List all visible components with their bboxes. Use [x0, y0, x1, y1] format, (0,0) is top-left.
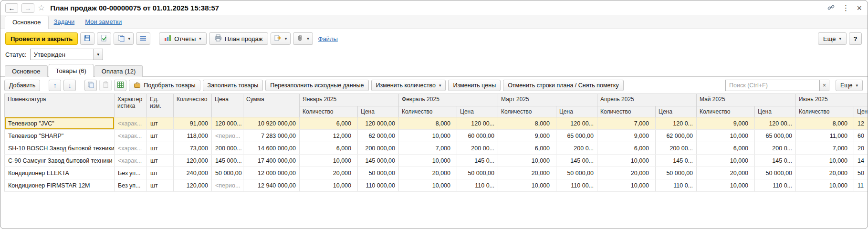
- cell-month-price[interactable]: 200 00...: [656, 142, 697, 155]
- reports-button[interactable]: Отчеты ▾: [159, 32, 206, 45]
- cell-month-quantity[interactable]: 20,000: [796, 167, 854, 179]
- cell-month-price[interactable]: 50 000,00: [358, 167, 399, 179]
- post-and-close-button[interactable]: Провести и закрыть: [5, 32, 78, 45]
- cell-nomenclature[interactable]: Кондиционер FIRMSTAR 12M: [5, 179, 115, 192]
- cell-characteristic[interactable]: Без уп...: [115, 167, 147, 179]
- cell-month-price[interactable]: 12: [854, 117, 868, 130]
- cell-month-quantity[interactable]: 10,000: [796, 155, 854, 167]
- cell-quantity[interactable]: 120,000: [174, 155, 212, 167]
- pick-goods-button[interactable]: Подобрать товары: [129, 80, 200, 91]
- tab-main[interactable]: Основное: [5, 65, 48, 77]
- cell-month-price[interactable]: 145 0...: [755, 155, 796, 167]
- back-button[interactable]: ←: [5, 3, 18, 13]
- cell-month-price[interactable]: 62 000,00: [656, 130, 697, 142]
- copy-row-button[interactable]: [84, 80, 97, 91]
- cell-characteristic[interactable]: <харак...: [115, 130, 147, 142]
- cell-month-quantity[interactable]: 10,000: [399, 130, 457, 142]
- cell-month-price[interactable]: 145 0...: [457, 155, 498, 167]
- cell-price[interactable]: <перио...: [212, 179, 243, 192]
- cell-nomenclature[interactable]: Телевизор "SHARP": [5, 130, 115, 142]
- print-plan-button[interactable]: План продаж: [209, 32, 268, 45]
- cell-nomenclature[interactable]: Телевизор "JVC": [5, 117, 115, 130]
- attachments-button[interactable]: ▾: [293, 32, 313, 45]
- files-link[interactable]: Файлы: [318, 35, 338, 42]
- table-row[interactable]: С-90 Самсунг Завод бытовой техники<харак…: [5, 155, 868, 167]
- cell-unit[interactable]: шт: [147, 155, 174, 167]
- cell-month-price[interactable]: 120 00...: [457, 117, 498, 130]
- add-row-button[interactable]: Добавить: [4, 80, 40, 91]
- cell-nomenclature[interactable]: SH-10 BOSCH Завод бытовой техники: [5, 142, 115, 155]
- cell-month-quantity[interactable]: 8,000: [796, 117, 854, 130]
- cell-month-price[interactable]: 200 0...: [556, 142, 597, 155]
- nav-link-tasks[interactable]: Задачи: [49, 18, 80, 29]
- cell-month-quantity[interactable]: 20,000: [399, 167, 457, 179]
- fill-goods-button[interactable]: Заполнить товары: [203, 80, 263, 91]
- cell-month-quantity[interactable]: 8,000: [399, 117, 457, 130]
- status-combobox[interactable]: Утвержден ▾: [30, 49, 103, 60]
- cell-month-quantity[interactable]: 20,000: [697, 167, 755, 179]
- cell-month-price[interactable]: 50 000,00: [656, 167, 697, 179]
- cell-month-quantity[interactable]: 11,000: [796, 130, 854, 142]
- close-icon[interactable]: ×: [857, 4, 862, 12]
- cell-unit[interactable]: шт: [147, 130, 174, 142]
- cell-month-quantity[interactable]: 9,000: [498, 130, 556, 142]
- cell-month-quantity[interactable]: 20,000: [597, 167, 656, 179]
- cell-month-quantity[interactable]: 9,000: [697, 117, 755, 130]
- cell-month-quantity[interactable]: 6,000: [498, 142, 556, 155]
- table-row[interactable]: SH-10 BOSCH Завод бытовой техники<харак.…: [5, 142, 868, 155]
- cell-month-quantity[interactable]: 10,000: [399, 155, 457, 167]
- cell-month-quantity[interactable]: 8,000: [498, 117, 556, 130]
- change-quantity-button[interactable]: Изменить количество ▾: [371, 80, 446, 91]
- cell-month-price[interactable]: 50: [854, 167, 868, 179]
- table-settings-button[interactable]: [114, 80, 126, 91]
- cell-month-price[interactable]: 50 000,00: [457, 167, 498, 179]
- cell-month-price[interactable]: 110 0...: [755, 179, 796, 192]
- cell-month-price[interactable]: 14: [854, 155, 868, 167]
- help-button[interactable]: ?: [849, 32, 862, 45]
- cell-month-price[interactable]: 120 00...: [755, 117, 796, 130]
- cell-characteristic[interactable]: <харак...: [115, 117, 147, 130]
- search-input[interactable]: [725, 80, 820, 91]
- cell-month-price[interactable]: 60 000,00: [457, 130, 498, 142]
- cell-price[interactable]: 120 000...: [212, 117, 243, 130]
- cell-month-quantity[interactable]: 20,000: [300, 167, 358, 179]
- cell-quantity[interactable]: 120,000: [174, 179, 212, 192]
- cell-sum[interactable]: 10 920 000,00: [243, 117, 300, 130]
- tab-payment[interactable]: Оплата (12): [94, 65, 143, 77]
- cell-price[interactable]: <перио...: [212, 130, 243, 142]
- cell-month-quantity[interactable]: 9,000: [597, 130, 656, 142]
- cell-month-price[interactable]: 65 000,00: [755, 130, 796, 142]
- cell-month-price[interactable]: 110 0...: [656, 179, 697, 192]
- cell-month-price[interactable]: 50 000,00: [556, 167, 597, 179]
- cell-month-quantity[interactable]: 10,000: [697, 130, 755, 142]
- table-row[interactable]: Телевизор "SHARP"<харак...шт118,000<пери…: [5, 130, 868, 142]
- table-row[interactable]: Кондиционер FIRMSTAR 12MБез уп...шт120,0…: [5, 179, 868, 192]
- document-structure-button[interactable]: [136, 32, 150, 45]
- cell-month-price[interactable]: 110 00...: [556, 179, 597, 192]
- cell-month-quantity[interactable]: 10,000: [498, 155, 556, 167]
- cell-month-price[interactable]: 200 000,00: [358, 142, 399, 155]
- cancel-plan-lines-button[interactable]: Отменить строки плана / Снять пометку: [503, 80, 624, 91]
- cell-month-quantity[interactable]: 10,000: [697, 179, 755, 192]
- table-row[interactable]: Телевизор "JVC"<харак...шт91,000120 000.…: [5, 117, 868, 130]
- table-row[interactable]: Кондиционер ELEKTAБез уп...шт240,00050 0…: [5, 167, 868, 179]
- cell-month-quantity[interactable]: 10,000: [300, 179, 358, 192]
- cell-sum[interactable]: 7 283 000,00: [243, 130, 300, 142]
- cell-characteristic[interactable]: Без уп...: [115, 179, 147, 192]
- cell-month-price[interactable]: 20: [854, 142, 868, 155]
- cell-unit[interactable]: шт: [147, 117, 174, 130]
- change-prices-button[interactable]: Изменить цены: [448, 80, 501, 91]
- cell-sum[interactable]: 12 940 000,00: [243, 179, 300, 192]
- cell-month-quantity[interactable]: 7,000: [399, 142, 457, 155]
- cell-month-price[interactable]: 200 0...: [755, 142, 796, 155]
- cell-nomenclature[interactable]: С-90 Самсунг Завод бытовой техники: [5, 155, 115, 167]
- cell-month-quantity[interactable]: 10,000: [300, 155, 358, 167]
- cell-unit[interactable]: шт: [147, 167, 174, 179]
- cell-month-quantity[interactable]: 10,000: [697, 155, 755, 167]
- cell-unit[interactable]: шт: [147, 179, 174, 192]
- cell-month-quantity[interactable]: 10,000: [597, 179, 656, 192]
- cell-month-quantity[interactable]: 10,000: [399, 179, 457, 192]
- move-up-button[interactable]: ↑: [49, 80, 61, 91]
- nav-link-notes[interactable]: Мои заметки: [80, 18, 127, 29]
- cell-month-price[interactable]: 145 00...: [556, 155, 597, 167]
